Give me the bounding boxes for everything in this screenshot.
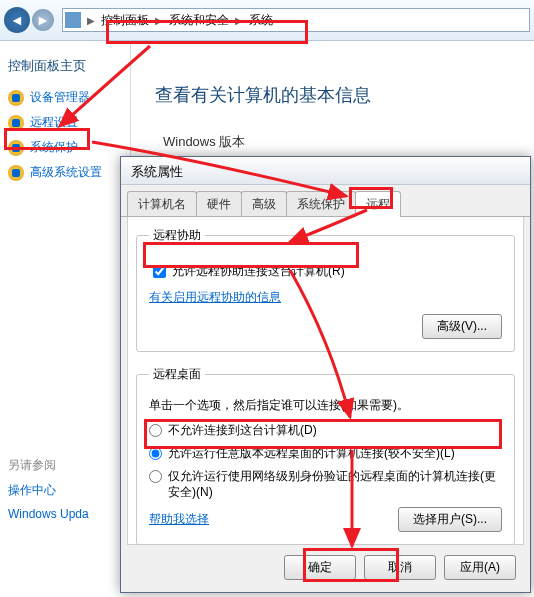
nav-back-button[interactable]: ◄ <box>4 7 30 33</box>
sidebar-item-device-manager[interactable]: 设备管理器 <box>8 89 122 106</box>
chevron-right-icon: ▶ <box>153 15 165 26</box>
rd-label-nla: 仅允许运行使用网络级别身份验证的远程桌面的计算机连接(更安全)(N) <box>168 468 502 502</box>
remote-assistance-help-link[interactable]: 有关启用远程协助的信息 <box>149 289 281 306</box>
sidebar-item-label: 高级系统设置 <box>30 164 102 181</box>
sidebar-item-label: 远程设置 <box>30 114 78 131</box>
breadcrumb-system[interactable]: 系统 <box>245 10 277 31</box>
chevron-right-icon: ▶ <box>85 15 97 26</box>
dialog-tabs: 计算机名 硬件 高级 系统保护 远程 <box>121 191 530 217</box>
sidebar-item-label: 系统保护 <box>30 139 78 156</box>
sidebar-home-link[interactable]: 控制面板主页 <box>8 57 122 75</box>
tab-system-protection[interactable]: 系统保护 <box>286 191 356 216</box>
system-properties-dialog: 系统属性 计算机名 硬件 高级 系统保护 远程 远程协助 允许远程协助连接这台计… <box>120 156 531 593</box>
remote-desktop-group: 远程桌面 单击一个选项，然后指定谁可以连接(如果需要)。 不允许连接到这台计算机… <box>136 366 515 545</box>
rd-radio-nla[interactable] <box>149 470 162 483</box>
help-me-choose-link[interactable]: 帮助我选择 <box>149 511 209 528</box>
rd-label-any-version: 允许运行任意版本远程桌面的计算机连接(较不安全)(L) <box>168 445 455 462</box>
remote-desktop-legend: 远程桌面 <box>149 366 205 383</box>
sidebar-item-advanced-settings[interactable]: 高级系统设置 <box>8 164 122 181</box>
ok-button[interactable]: 确定 <box>284 555 356 580</box>
page-title: 查看有关计算机的基本信息 <box>155 83 510 107</box>
shield-icon <box>8 115 24 131</box>
remote-assistance-legend: 远程协助 <box>149 227 205 244</box>
sidebar-item-label: 设备管理器 <box>30 89 90 106</box>
tab-remote[interactable]: 远程 <box>355 191 401 217</box>
tab-hardware[interactable]: 硬件 <box>196 191 242 216</box>
shield-icon <box>8 140 24 156</box>
dialog-title: 系统属性 <box>121 157 530 185</box>
shield-icon <box>8 90 24 106</box>
select-users-button[interactable]: 选择用户(S)... <box>398 507 502 532</box>
dialog-footer: 确定 取消 应用(A) <box>121 545 530 590</box>
remote-desktop-hint: 单击一个选项，然后指定谁可以连接(如果需要)。 <box>149 397 502 414</box>
explorer-topbar: ◄ ► ▶ 控制面板 ▶ 系统和安全 ▶ 系统 <box>0 0 534 41</box>
rd-option-disallow[interactable]: 不允许连接到这台计算机(D) <box>149 422 502 439</box>
control-panel-sidebar: 控制面板主页 设备管理器 远程设置 系统保护 高级系统设置 另请参阅 操作中心 … <box>0 41 130 581</box>
nav-forward-button[interactable]: ► <box>32 9 54 31</box>
rd-label-disallow: 不允许连接到这台计算机(D) <box>168 422 317 439</box>
breadcrumb-control-panel[interactable]: 控制面板 <box>97 10 153 31</box>
tab-advanced[interactable]: 高级 <box>241 191 287 216</box>
see-also-section: 另请参阅 操作中心 Windows Upda <box>8 457 89 521</box>
allow-remote-assistance-label: 允许远程协助连接这台计算机(R) <box>172 263 345 280</box>
dialog-body: 远程协助 允许远程协助连接这台计算机(R) 有关启用远程协助的信息 高级(V).… <box>127 217 524 545</box>
tab-computer-name[interactable]: 计算机名 <box>127 191 197 216</box>
see-also-heading: 另请参阅 <box>8 458 56 472</box>
rd-option-nla[interactable]: 仅允许运行使用网络级别身份验证的远程桌面的计算机连接(更安全)(N) <box>149 468 502 502</box>
system-icon <box>65 12 81 28</box>
sidebar-item-remote-settings[interactable]: 远程设置 <box>8 114 122 131</box>
see-also-windows-update[interactable]: Windows Upda <box>8 507 89 521</box>
sidebar-item-system-protection[interactable]: 系统保护 <box>8 139 122 156</box>
breadcrumb-system-security[interactable]: 系统和安全 <box>165 10 233 31</box>
advanced-button[interactable]: 高级(V)... <box>422 314 502 339</box>
remote-assistance-group: 远程协助 允许远程协助连接这台计算机(R) 有关启用远程协助的信息 高级(V).… <box>136 227 515 352</box>
rd-radio-any-version[interactable] <box>149 447 162 460</box>
arrow-right-icon: ► <box>36 12 50 28</box>
windows-edition-heading: Windows 版本 <box>163 133 510 151</box>
address-bar[interactable]: ▶ 控制面板 ▶ 系统和安全 ▶ 系统 <box>62 8 530 32</box>
shield-icon <box>8 165 24 181</box>
cancel-button[interactable]: 取消 <box>364 555 436 580</box>
chevron-right-icon: ▶ <box>233 15 245 26</box>
rd-option-any-version[interactable]: 允许运行任意版本远程桌面的计算机连接(较不安全)(L) <box>149 445 502 462</box>
allow-remote-assistance-checkbox[interactable] <box>153 265 166 278</box>
apply-button[interactable]: 应用(A) <box>444 555 516 580</box>
rd-radio-disallow[interactable] <box>149 424 162 437</box>
see-also-action-center[interactable]: 操作中心 <box>8 482 89 499</box>
arrow-left-icon: ◄ <box>10 12 24 28</box>
